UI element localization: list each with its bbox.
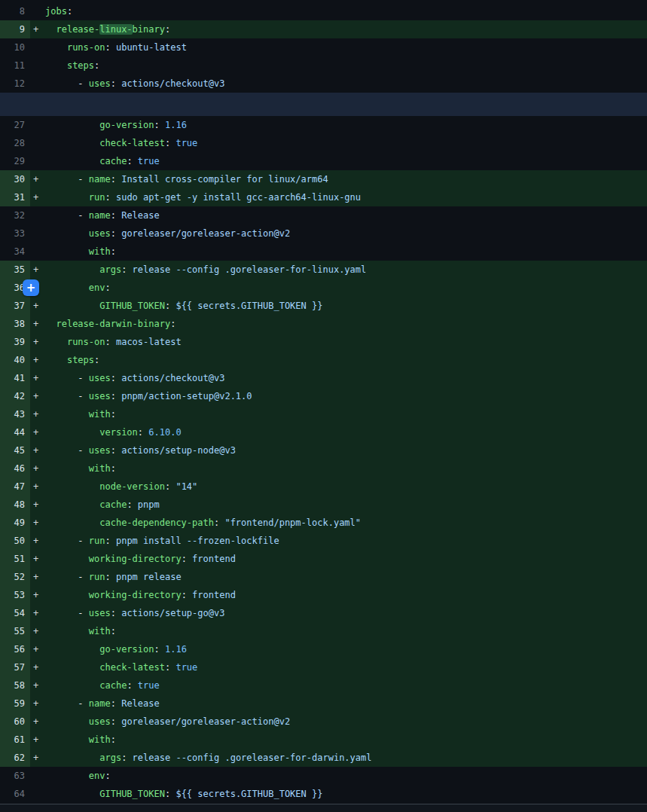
line-number[interactable]: 8 [0, 2, 30, 20]
line-number[interactable]: 56 [0, 640, 30, 658]
code-token: : [94, 355, 99, 365]
code-token [45, 156, 99, 166]
line-number[interactable]: 33 [0, 224, 30, 243]
line-code: env: [45, 279, 111, 297]
line-number[interactable]: 30 [0, 170, 30, 188]
code-token: : [105, 572, 115, 582]
diff-marker: + [30, 441, 45, 459]
line-number[interactable]: 51 [0, 550, 30, 568]
code-token: - [45, 174, 89, 185]
line-number[interactable]: 58 [0, 676, 30, 694]
line-number[interactable]: 57 [0, 658, 30, 676]
code-lines: 8jobs:9+ release-linux-binary:10 runs-on… [0, 0, 647, 803]
code-token [45, 319, 56, 329]
code-line: 28 check-latest: true [0, 134, 647, 152]
code-token: : [111, 210, 121, 221]
line-code: cache-dependency-path: "frontend/pnpm-lo… [45, 514, 361, 532]
line-number[interactable]: 60 [0, 713, 30, 731]
diff-marker: + [30, 351, 45, 369]
line-number[interactable]: 55 [0, 622, 30, 640]
code-line: 12 - uses: actions/checkout@v3 [0, 75, 647, 93]
plus-icon: + [26, 279, 36, 297]
line-number[interactable]: 31 [0, 188, 30, 206]
code-token: : [111, 174, 121, 185]
line-number[interactable]: 48 [0, 496, 30, 514]
code-token: steps [67, 60, 94, 71]
code-token: runs-on [67, 42, 105, 53]
code-token: GITHUB_TOKEN [99, 789, 165, 799]
line-number[interactable]: 49 [0, 514, 30, 532]
diff-marker: + [30, 369, 45, 387]
code-token [45, 789, 99, 799]
line-number[interactable]: 45 [0, 441, 30, 459]
code-token: cache [99, 680, 127, 691]
code-token: uses [89, 78, 111, 89]
code-token: goreleaser/goreleaser-action@v2 [121, 228, 290, 239]
line-number[interactable]: 34 [0, 243, 30, 261]
code-token: : [165, 24, 170, 35]
line-number[interactable]: 47 [0, 478, 30, 496]
code-token: env [89, 771, 105, 781]
code-token: : [138, 427, 148, 438]
code-token: : [111, 373, 121, 383]
line-code: run: sudo apt-get -y install gcc-aarch64… [45, 188, 361, 206]
code-token: - [45, 572, 89, 582]
line-number[interactable]: 38 [0, 315, 30, 333]
code-token [45, 662, 99, 673]
line-number[interactable]: 35 [0, 261, 30, 279]
line-number[interactable]: 59 [0, 694, 30, 713]
line-number[interactable]: 64 [0, 785, 30, 803]
code-token: : [165, 789, 175, 799]
code-line: 62+ args: release --config .goreleaser-f… [0, 749, 647, 767]
line-number[interactable]: 50 [0, 532, 30, 550]
line-number[interactable]: 44 [0, 423, 30, 441]
line-number[interactable]: 62 [0, 749, 30, 767]
line-number[interactable]: 43 [0, 405, 30, 423]
line-number[interactable]: 53 [0, 586, 30, 604]
code-line: 38+ release-darwin-binary: [0, 315, 647, 333]
code-token [45, 771, 89, 781]
line-number[interactable]: 11 [0, 56, 30, 75]
line-code: args: release --config .goreleaser-for-l… [45, 261, 366, 279]
line-number[interactable]: 37 [0, 297, 30, 315]
line-number[interactable]: 27 [0, 116, 30, 134]
code-token: : [94, 60, 99, 71]
line-code: - run: pnpm install --frozen-lockfile [45, 532, 279, 550]
diff-marker [30, 152, 45, 170]
code-line: 10 runs-on: ubuntu-latest [0, 38, 647, 56]
line-number[interactable]: 61 [0, 731, 30, 749]
line-code: cache: true [45, 152, 160, 170]
line-number[interactable]: 28 [0, 134, 30, 152]
code-token: ${{ secrets.GITHUB_TOKEN }} [175, 789, 322, 799]
line-number[interactable]: 10 [0, 38, 30, 56]
line-code: jobs: [45, 2, 72, 20]
code-token: : [111, 734, 116, 745]
code-token: : [111, 445, 121, 456]
line-number[interactable]: 52 [0, 568, 30, 586]
line-number[interactable]: 42 [0, 387, 30, 405]
line-number[interactable]: 46 [0, 459, 30, 478]
code-token: macos-latest [116, 337, 182, 347]
line-number[interactable]: 40 [0, 351, 30, 369]
line-number[interactable]: 9 [0, 20, 30, 38]
code-token: args [99, 264, 121, 275]
expand-row[interactable] [0, 93, 647, 116]
line-number[interactable]: 32 [0, 206, 30, 224]
line-number[interactable]: 29 [0, 152, 30, 170]
code-token [45, 355, 67, 365]
code-token [45, 24, 56, 35]
add-comment-button[interactable]: + [23, 279, 39, 296]
code-token: uses [89, 228, 111, 239]
code-line: 29 cache: true [0, 152, 647, 170]
code-line: 46+ with: [0, 459, 647, 478]
line-number[interactable]: 63 [0, 767, 30, 785]
line-number[interactable]: 54 [0, 604, 30, 622]
code-line: 11 steps: [0, 56, 647, 75]
line-number[interactable]: 12 [0, 75, 30, 93]
diff-marker [30, 134, 45, 152]
code-token: : [154, 644, 165, 655]
line-code: - uses: pnpm/action-setup@v2.1.0 [45, 387, 252, 405]
line-number[interactable]: 41 [0, 369, 30, 387]
diff-marker [30, 206, 45, 224]
line-number[interactable]: 39 [0, 333, 30, 351]
